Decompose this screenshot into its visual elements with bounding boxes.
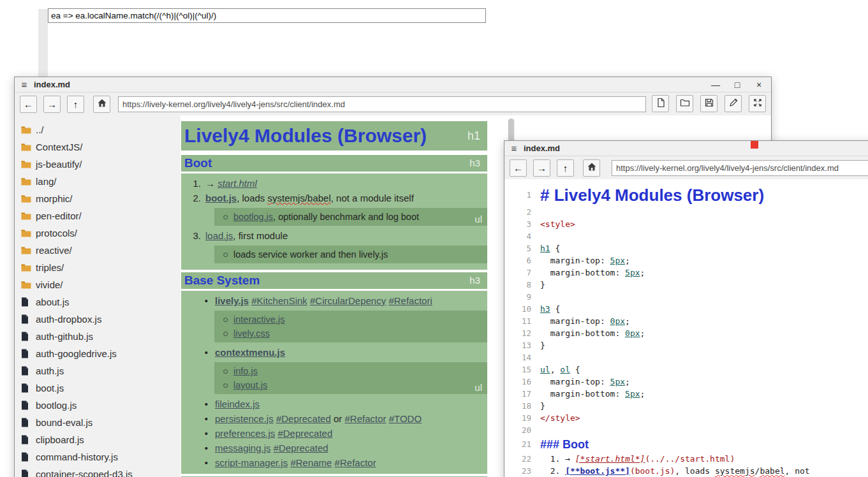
sidebar-item-reactive[interactable]: reactive/ bbox=[15, 242, 180, 259]
code-text: margin-bottom: 5px; bbox=[540, 267, 645, 279]
sidebar-item-parent[interactable]: ../ bbox=[15, 121, 180, 138]
markdown-link[interactable]: preferences.js bbox=[215, 428, 275, 439]
sidebar-item-pen-editor[interactable]: pen-editor/ bbox=[15, 207, 180, 224]
markdown-link[interactable]: contextmenu.js bbox=[215, 347, 285, 358]
url-input[interactable] bbox=[612, 160, 868, 176]
sidebar-item-clipboard-js[interactable]: clipboard.js bbox=[15, 431, 180, 448]
markdown-link[interactable]: #Deprecated bbox=[276, 413, 331, 424]
tag-badge: h1 bbox=[467, 121, 480, 150]
line-number: 21 bbox=[504, 436, 540, 453]
code-token: } bbox=[540, 280, 545, 290]
up-button[interactable]: ↑ bbox=[557, 159, 574, 177]
sidebar-item-auth-github-js[interactable]: auth-github.js bbox=[15, 328, 180, 345]
markdown-link[interactable]: lively.js bbox=[215, 295, 249, 306]
heading-text: Base System bbox=[184, 274, 260, 287]
markdown-link[interactable]: boot.js bbox=[205, 193, 237, 203]
back-button[interactable]: ← bbox=[510, 159, 527, 177]
right-window-titlebar[interactable]: ≡ index.md bbox=[504, 141, 868, 156]
menu-icon[interactable]: ≡ bbox=[504, 143, 524, 154]
code-token: } bbox=[540, 401, 545, 411]
list-marker: ○ bbox=[214, 378, 228, 392]
sidebar-item-contextjs[interactable]: ContextJS/ bbox=[15, 138, 180, 156]
home-button[interactable] bbox=[93, 96, 110, 113]
tag-badge: ul bbox=[474, 214, 482, 224]
home-button[interactable] bbox=[583, 159, 600, 177]
list-item: ○loads service worker and then lively.js bbox=[214, 247, 487, 261]
code-line: 14 bbox=[504, 351, 868, 363]
markdown-link[interactable]: layout.js bbox=[233, 380, 267, 390]
markdown-link[interactable]: #Deprecated bbox=[277, 428, 332, 439]
markdown-link[interactable]: script-manager.js bbox=[215, 457, 288, 468]
markdown-link[interactable]: #CircularDepency bbox=[310, 295, 386, 306]
markdown-link[interactable]: fileindex.js bbox=[215, 399, 260, 409]
code-text: ### Boot bbox=[540, 436, 589, 453]
markdown-link[interactable]: #KitchenSink bbox=[251, 295, 307, 306]
markdown-link[interactable]: persistence.js bbox=[215, 413, 274, 424]
back-button[interactable]: ← bbox=[20, 96, 37, 113]
sidebar-item-auth-js[interactable]: auth.js bbox=[15, 362, 180, 379]
save-button[interactable] bbox=[700, 95, 717, 112]
markdown-link[interactable]: info.js bbox=[233, 366, 258, 376]
forward-button[interactable]: → bbox=[533, 159, 550, 177]
forward-button[interactable]: → bbox=[43, 96, 61, 113]
up-button[interactable]: ↑ bbox=[67, 96, 84, 113]
menu-icon[interactable]: ≡ bbox=[15, 79, 34, 90]
code-line: 6 margin-top: 5px; bbox=[504, 254, 868, 267]
line-number: 11 bbox=[504, 315, 540, 327]
markdown-heading-h3: Booth3 bbox=[181, 155, 487, 172]
sidebar-item-bound-eval-js[interactable]: bound-eval.js bbox=[15, 414, 180, 431]
markdown-link[interactable]: #TODO bbox=[389, 413, 422, 424]
sidebar-item-morphic[interactable]: morphic/ bbox=[15, 190, 180, 207]
file-name: bootlog.js bbox=[36, 400, 77, 411]
heading-text: Boot bbox=[184, 156, 212, 170]
sidebar-item-protocols[interactable]: protocols/ bbox=[15, 224, 180, 242]
new-file-button[interactable] bbox=[652, 95, 669, 112]
code-token: (boot.js) bbox=[630, 466, 675, 476]
sidebar-item-triples[interactable]: triples/ bbox=[15, 259, 180, 276]
markdown-link[interactable]: bootlog.js bbox=[233, 212, 273, 222]
code-token: ; bbox=[625, 256, 630, 265]
code-token: <style> bbox=[540, 219, 575, 229]
sidebar-item-bootlog-js[interactable]: bootlog.js bbox=[15, 397, 180, 414]
code-token: ; bbox=[625, 377, 630, 386]
markdown-link[interactable]: load.js bbox=[205, 230, 233, 241]
markdown-link[interactable]: interactive.js bbox=[233, 314, 285, 325]
minimize-button[interactable]: — bbox=[709, 78, 723, 91]
list-item-text: lively.css bbox=[233, 327, 270, 341]
markdown-link[interactable]: #Refactor bbox=[344, 413, 386, 424]
expand-button[interactable] bbox=[749, 95, 766, 112]
edit-button[interactable] bbox=[725, 95, 742, 112]
markdown-link[interactable]: #Refactori bbox=[388, 295, 432, 306]
markdown-link[interactable]: #Rename bbox=[290, 457, 332, 468]
left-window-titlebar[interactable]: ≡ index.md — □ × bbox=[15, 77, 771, 92]
list-marker: • bbox=[181, 345, 208, 360]
close-button[interactable]: × bbox=[752, 78, 766, 91]
markdown-link[interactable]: #Refactor bbox=[335, 457, 376, 468]
sidebar-item-auth-googledrive-js[interactable]: auth-googledrive.js bbox=[15, 345, 180, 362]
markdown-link[interactable]: start.html bbox=[217, 178, 257, 189]
markdown-link[interactable]: lively.css bbox=[233, 328, 270, 339]
sidebar-item-vivide[interactable]: vivide/ bbox=[15, 276, 180, 293]
markdown-link[interactable]: messaging.js bbox=[215, 443, 271, 453]
list-marker: ○ bbox=[214, 312, 228, 327]
open-folder-button[interactable] bbox=[676, 95, 693, 112]
line-number: 12 bbox=[504, 327, 540, 339]
sidebar-item-auth-dropbox-js[interactable]: auth-dropbox.js bbox=[15, 311, 180, 328]
file-name: triples/ bbox=[36, 262, 64, 273]
sidebar-item-command-history-js[interactable]: command-history.js bbox=[15, 448, 180, 466]
code-text: h1 { bbox=[540, 242, 560, 254]
element-filter-input[interactable] bbox=[48, 8, 486, 23]
code-editor[interactable]: 1# Lively4 Modules (Browser)2 3<style>4 … bbox=[504, 179, 868, 477]
markdown-link[interactable]: #Deprecated bbox=[274, 443, 328, 453]
sidebar-item-boot-js[interactable]: boot.js bbox=[15, 379, 180, 397]
url-input[interactable] bbox=[118, 96, 646, 112]
folder-icon bbox=[21, 143, 34, 151]
sidebar-item-js-beautify[interactable]: js-beautify/ bbox=[15, 156, 180, 173]
new-file-icon bbox=[656, 98, 666, 110]
code-line: 19</style> bbox=[504, 412, 868, 424]
sidebar-item-about-js[interactable]: about.js bbox=[15, 293, 180, 311]
sidebar-item-lang[interactable]: lang/ bbox=[15, 173, 180, 190]
sidebar-item-container-scoped-d3-js[interactable]: container-scoped-d3.js bbox=[15, 466, 180, 477]
list-marker: • bbox=[181, 455, 208, 470]
maximize-button[interactable]: □ bbox=[730, 78, 744, 91]
